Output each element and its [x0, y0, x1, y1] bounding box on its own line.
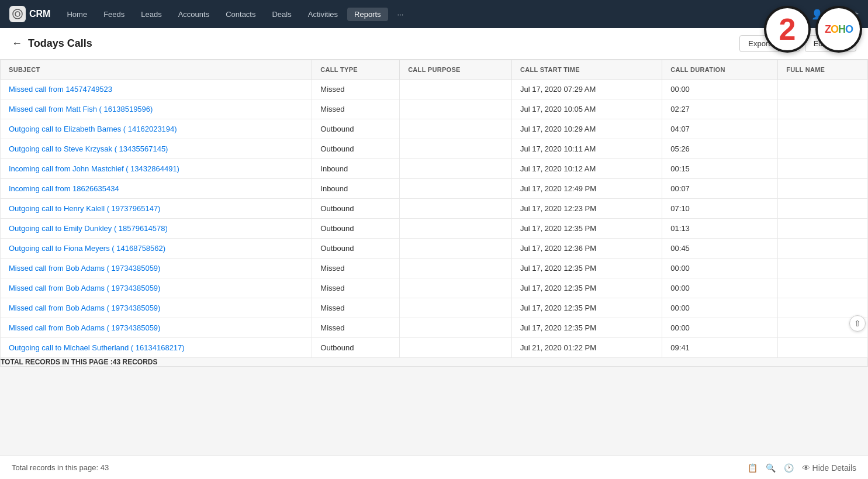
- cell-row2-col4: 04:07: [662, 119, 778, 139]
- cell-row1-col5: [778, 99, 868, 119]
- cell-row13-col2: [400, 338, 512, 358]
- scroll-up-button[interactable]: ⇧: [849, 315, 866, 332]
- cell-row4-col5: [778, 159, 868, 179]
- cell-row4-col3: Jul 17, 2020 10:12 AM: [511, 159, 662, 179]
- cell-row7-col3: Jul 17, 2020 12:35 PM: [511, 219, 662, 239]
- nav-more[interactable]: ···: [390, 8, 411, 21]
- cell-row5-col2: [400, 179, 512, 199]
- cell-row13-col3: Jul 21, 2020 01:22 PM: [511, 338, 662, 358]
- subject-link-5[interactable]: Incoming call from 18626635434: [9, 184, 119, 193]
- cell-row12-col0[interactable]: Missed call from Bob Adams ( 19734385059…: [1, 318, 312, 338]
- calls-table: SUBJECT CALL TYPE CALL PURPOSE CALL STAR…: [0, 60, 868, 367]
- cell-row8-col0[interactable]: Outgoing call to Fiona Meyers ( 14168758…: [1, 239, 312, 259]
- subject-link-12[interactable]: Missed call from Bob Adams ( 19734385059…: [9, 323, 160, 332]
- table-header-row: SUBJECT CALL TYPE CALL PURPOSE CALL STAR…: [1, 60, 868, 80]
- cell-row1-col3: Jul 17, 2020 10:05 AM: [511, 99, 662, 119]
- zoho-logo-badge: ZOHO: [815, 6, 862, 53]
- subject-link-4[interactable]: Incoming call from John Mastchief ( 1343…: [9, 164, 179, 173]
- cell-row9-col3: Jul 17, 2020 12:35 PM: [511, 259, 662, 278]
- cell-row1-col4: 02:27: [662, 99, 778, 119]
- cell-row11-col1: Missed: [312, 298, 400, 318]
- cell-row5-col1: Inbound: [312, 179, 400, 199]
- cell-row2-col3: Jul 17, 2020 10:29 AM: [511, 119, 662, 139]
- cell-row9-col2: [400, 259, 512, 278]
- nav-contacts[interactable]: Contacts: [219, 8, 262, 21]
- cell-row13-col4: 09:41: [662, 338, 778, 358]
- cell-row10-col1: Missed: [312, 278, 400, 298]
- cell-row0-col4: 00:00: [662, 80, 778, 99]
- cell-row8-col4: 00:45: [662, 239, 778, 259]
- navbar-brand: CRM: [9, 6, 50, 22]
- total-records: TOTAL RECORDS IN THIS PAGE :43 RECORDS: [1, 358, 868, 367]
- cell-row9-col5: [778, 259, 868, 278]
- cell-row5-col0[interactable]: Incoming call from 18626635434: [1, 179, 312, 199]
- subject-link-13[interactable]: Outgoing call to Michael Sutherland ( 16…: [9, 343, 185, 352]
- table-row: Missed call from Bob Adams ( 19734385059…: [1, 298, 868, 318]
- cell-row2-col5: [778, 119, 868, 139]
- cell-row2-col2: [400, 119, 512, 139]
- subject-link-11[interactable]: Missed call from Bob Adams ( 19734385059…: [9, 304, 160, 312]
- table-row: Incoming call from John Mastchief ( 1343…: [1, 159, 868, 179]
- nav-feeds[interactable]: Feeds: [96, 8, 132, 21]
- cell-row2-col0[interactable]: Outgoing call to Elizabeth Barnes ( 1416…: [1, 119, 312, 139]
- table-row: Outgoing call to Michael Sutherland ( 16…: [1, 338, 868, 358]
- cell-row12-col3: Jul 17, 2020 12:35 PM: [511, 318, 662, 338]
- cell-row1-col1: Missed: [312, 99, 400, 119]
- nav-reports[interactable]: Reports: [347, 8, 388, 21]
- subject-link-10[interactable]: Missed call from Bob Adams ( 19734385059…: [9, 284, 160, 292]
- cell-row11-col5: [778, 298, 868, 318]
- cell-row7-col2: [400, 219, 512, 239]
- cell-row7-col4: 01:13: [662, 219, 778, 239]
- nav-leads[interactable]: Leads: [134, 8, 168, 21]
- col-full-name: FULL NAME: [778, 60, 868, 80]
- cell-row6-col5: [778, 199, 868, 219]
- subject-link-1[interactable]: Missed call from Matt Fish ( 16138519596…: [9, 105, 153, 113]
- nav-activities[interactable]: Activities: [301, 8, 345, 21]
- cell-row11-col0[interactable]: Missed call from Bob Adams ( 19734385059…: [1, 298, 312, 318]
- cell-row7-col0[interactable]: Outgoing call to Emily Dunkley ( 1857961…: [1, 219, 312, 239]
- nav-accounts[interactable]: Accounts: [171, 8, 216, 21]
- subject-link-0[interactable]: Missed call from 14574749523: [9, 85, 112, 94]
- subject-link-8[interactable]: Outgoing call to Fiona Meyers ( 14168758…: [9, 244, 165, 253]
- table-row: Incoming call from 18626635434InboundJul…: [1, 179, 868, 199]
- cell-row13-col0[interactable]: Outgoing call to Michael Sutherland ( 16…: [1, 338, 312, 358]
- cell-row4-col0[interactable]: Incoming call from John Mastchief ( 1343…: [1, 159, 312, 179]
- cell-row12-col4: 00:00: [662, 318, 778, 338]
- cell-row3-col0[interactable]: Outgoing call to Steve Krzysak ( 1343556…: [1, 139, 312, 159]
- subject-link-3[interactable]: Outgoing call to Steve Krzysak ( 1343556…: [9, 144, 168, 153]
- subject-link-6[interactable]: Outgoing call to Henry Kalell ( 19737965…: [9, 204, 160, 213]
- navbar: CRM Home Feeds Leads Accounts Contacts D…: [0, 0, 868, 28]
- cell-row12-col1: Missed: [312, 318, 400, 338]
- cell-row1-col0[interactable]: Missed call from Matt Fish ( 16138519596…: [1, 99, 312, 119]
- page-title: Todays Calls: [28, 37, 92, 50]
- page-header: ← Todays Calls Export ▼ Edit ▼: [0, 28, 868, 60]
- nav-home[interactable]: Home: [60, 8, 94, 21]
- cell-row5-col5: [778, 179, 868, 199]
- number-badge: 2: [764, 6, 811, 53]
- brand-label: CRM: [29, 9, 50, 19]
- zoho-badge-container: 2 ZOHO: [764, 6, 862, 53]
- svg-point-1: [15, 12, 20, 16]
- subject-link-7[interactable]: Outgoing call to Emily Dunkley ( 1857961…: [9, 224, 168, 233]
- cell-row10-col0[interactable]: Missed call from Bob Adams ( 19734385059…: [1, 278, 312, 298]
- col-call-start-time: CALL START TIME: [511, 60, 662, 80]
- cell-row0-col2: [400, 80, 512, 99]
- cell-row10-col5: [778, 278, 868, 298]
- back-button[interactable]: ←: [12, 37, 22, 50]
- col-call-purpose: CALL PURPOSE: [400, 60, 512, 80]
- cell-row7-col1: Outbound: [312, 219, 400, 239]
- cell-row6-col1: Outbound: [312, 199, 400, 219]
- cell-row3-col2: [400, 139, 512, 159]
- cell-row0-col5: [778, 80, 868, 99]
- col-call-duration: CALL DURATION: [662, 60, 778, 80]
- cell-row8-col5: [778, 239, 868, 259]
- table-row: Outgoing call to Steve Krzysak ( 1343556…: [1, 139, 868, 159]
- cell-row11-col2: [400, 298, 512, 318]
- cell-row0-col0[interactable]: Missed call from 14574749523: [1, 80, 312, 99]
- cell-row9-col0[interactable]: Missed call from Bob Adams ( 19734385059…: [1, 259, 312, 278]
- subject-link-9[interactable]: Missed call from Bob Adams ( 19734385059…: [9, 264, 160, 273]
- subject-link-2[interactable]: Outgoing call to Elizabeth Barnes ( 1416…: [9, 125, 177, 133]
- cell-row4-col4: 00:15: [662, 159, 778, 179]
- cell-row6-col0[interactable]: Outgoing call to Henry Kalell ( 19737965…: [1, 199, 312, 219]
- nav-deals[interactable]: Deals: [265, 8, 298, 21]
